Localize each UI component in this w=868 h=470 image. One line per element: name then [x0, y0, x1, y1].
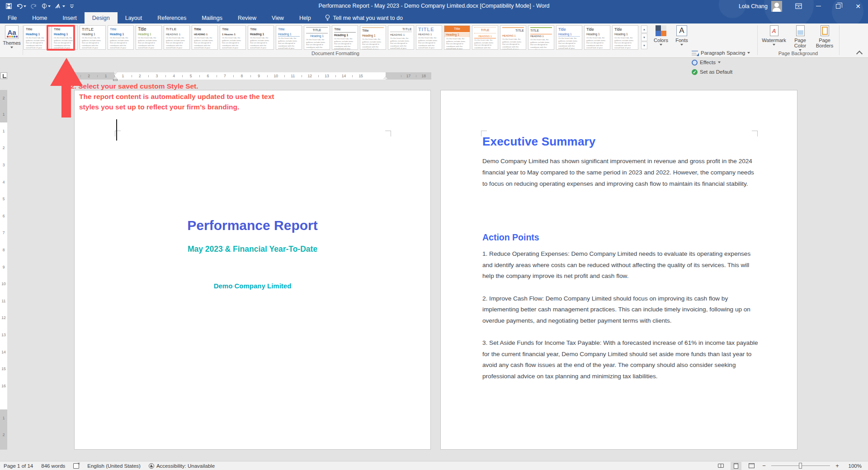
right-indent-marker[interactable] — [383, 76, 388, 79]
collapse-ribbon-icon[interactable] — [856, 51, 863, 57]
close-icon: ✕ — [855, 3, 861, 10]
style-set-card[interactable]: TITLE HEADING 1 On the Insert tab, the g… — [416, 25, 442, 50]
window-title: Performance Report - May 2023 - Demo Com… — [0, 0, 868, 12]
zoom-out-button[interactable]: − — [761, 462, 767, 469]
style-set-gallery: Title Heading 1 On the Insert tab, the g… — [24, 25, 638, 50]
zoom-in-button[interactable]: + — [835, 462, 840, 469]
page-background-group-label: Page Background — [759, 51, 838, 56]
colors-button[interactable]: Colors — [651, 25, 671, 46]
style-set-card[interactable]: Title Heading 1 On the Insert tab, the g… — [24, 25, 50, 50]
read-mode-icon — [718, 464, 724, 468]
style-set-card[interactable]: Title Heading 1 On the Insert tab, the g… — [136, 25, 162, 50]
zoom-slider[interactable] — [771, 465, 830, 466]
page-color-icon — [796, 25, 805, 36]
user-avatar[interactable] — [771, 1, 782, 12]
document-page-1[interactable]: Performance Report May 2023 & Financial … — [74, 90, 431, 450]
accessibility-status[interactable]: Accessibility: Unavailable — [149, 463, 215, 469]
effects-icon — [692, 60, 698, 66]
paragraph-spacing-button[interactable]: Paragraph Spacing — [692, 49, 750, 57]
style-tool-dropdown-icon[interactable] — [62, 5, 65, 7]
themes-icon: Aa — [5, 25, 19, 39]
style-set-card[interactable]: Title Heading 1 On the Insert tab, the g… — [108, 25, 134, 50]
print-layout-button[interactable] — [731, 462, 741, 470]
text-boundary-mark — [115, 131, 121, 136]
read-mode-button[interactable] — [715, 462, 726, 470]
ribbon-tab[interactable]: Mailings — [194, 12, 230, 24]
style-set-card[interactable]: Title Heading 1 On the Insert tab, the g… — [248, 25, 274, 50]
style-set-card[interactable]: TITLE HEADING 1 On the Insert tab, the g… — [472, 25, 498, 50]
signed-in-user[interactable]: Lola Chang — [739, 3, 768, 9]
themes-button[interactable]: Aa Themes — [2, 25, 22, 48]
style-set-card[interactable]: TITLE Heading 1 On the Insert tab, the g… — [304, 25, 330, 50]
style-set-card[interactable]: TITLE HEADING 1 On the Insert tab, the g… — [164, 25, 190, 50]
effects-button[interactable]: Effects — [692, 58, 750, 66]
language-indicator[interactable]: English (United States) — [87, 463, 141, 469]
style-set-card[interactable]: TITLE HEADING 1 On the Insert tab, the g… — [528, 25, 554, 50]
executive-summary-heading: Executive Summary — [482, 135, 596, 149]
undo-button[interactable] — [15, 1, 28, 11]
style-set-card[interactable]: Title Heading 1 On the Insert tab, the g… — [556, 25, 582, 50]
gallery-scroll-down-button[interactable]: ▼ — [641, 33, 647, 41]
ribbon-tab[interactable]: Home — [24, 12, 55, 24]
tell-me-box[interactable]: Tell me what you want to do — [319, 12, 403, 24]
minimize-icon — [816, 6, 821, 7]
watermark-button[interactable]: A Watermark — [760, 25, 788, 46]
touch-mode-dropdown-icon[interactable] — [48, 5, 51, 7]
ribbon-tab[interactable]: Help — [292, 12, 319, 24]
ribbon-tab[interactable]: References — [150, 12, 194, 24]
style-tool-button[interactable]: A — [54, 1, 66, 11]
page-indicator[interactable]: Page 1 of 14 — [4, 463, 33, 469]
first-line-indent-marker[interactable] — [113, 71, 118, 75]
style-set-card[interactable]: TITLE HEADING 1 On the Insert tab, the g… — [388, 25, 414, 50]
annotation-highlight-box — [47, 25, 75, 51]
style-set-card[interactable]: Title HEADING 1 On the Insert tab, the g… — [192, 25, 218, 50]
text-boundary-mark — [752, 131, 758, 136]
gallery-scroll-up-button[interactable]: ▲ — [641, 25, 647, 33]
ribbon-tab[interactable]: Review — [230, 12, 264, 24]
lightbulb-icon — [325, 14, 330, 21]
style-set-card[interactable]: Title Heading 1 On the Insert tab, the g… — [276, 25, 302, 50]
style-set-card[interactable]: Title Heading 1 On the Insert tab, the g… — [584, 25, 610, 50]
style-set-card[interactable]: Title Heading 1 On the Insert tab, the g… — [612, 25, 638, 50]
watermark-icon: A — [770, 25, 778, 36]
tab-stop-selector[interactable] — [0, 72, 7, 79]
web-layout-button[interactable] — [746, 462, 757, 470]
word-count[interactable]: 846 words — [41, 463, 65, 469]
annotation-arrow-tail — [61, 84, 71, 118]
restore-button[interactable] — [828, 0, 848, 12]
close-button[interactable]: ✕ — [848, 0, 868, 12]
ribbon-tab[interactable]: Layout — [118, 12, 150, 24]
gallery-more-button[interactable]: ▼ — [641, 42, 647, 49]
style-set-card[interactable]: Title Heading 1 On the Insert tab, the g… — [360, 25, 386, 50]
style-set-card[interactable]: TITLE HEADING 1 On the Insert tab, the g… — [500, 25, 526, 50]
undo-dropdown-icon[interactable] — [24, 5, 26, 7]
watermark-dropdown-icon — [773, 44, 775, 46]
style-set-card[interactable]: Title Heading 1 On the Insert tab, the g… — [332, 25, 358, 50]
style-set-card[interactable]: TITLE Heading 1 On the Insert tab, the g… — [80, 25, 106, 50]
document-page-2[interactable]: Executive Summary Demo Company Limited h… — [440, 90, 797, 450]
touch-mouse-mode-button[interactable] — [40, 1, 52, 11]
set-as-default-button[interactable]: ✓ Set as Default — [692, 68, 750, 76]
customize-quick-access-toolbar-button[interactable] — [68, 1, 75, 11]
save-button[interactable] — [5, 1, 13, 11]
redo-button[interactable] — [29, 1, 38, 11]
style-set-card[interactable]: Title Heading 1 On the Insert tab, the g… — [444, 25, 470, 50]
gallery-scroll-controls: ▲ ▼ ▼ — [641, 25, 647, 49]
action-points-list: 1. Reduce Operating Expenses: Demo Compa… — [482, 249, 759, 393]
fonts-button[interactable]: A Fonts — [673, 25, 691, 46]
ribbon-tab[interactable]: Design — [85, 12, 118, 24]
ribbon-tab[interactable]: View — [264, 12, 292, 24]
page-color-button[interactable]: Page Color — [789, 25, 811, 51]
minimize-button[interactable] — [808, 0, 828, 12]
scroll-down-icon: ▼ — [643, 36, 646, 39]
page-borders-button[interactable]: Page Borders — [813, 25, 836, 48]
zoom-slider-thumb[interactable] — [799, 463, 802, 469]
zoom-level[interactable]: 100% — [844, 463, 862, 469]
proofing-status[interactable] — [73, 463, 79, 469]
ribbon-tab[interactable]: Insert — [55, 12, 85, 24]
ribbon-tab[interactable]: File — [0, 12, 24, 24]
ribbon-display-options-button[interactable] — [788, 0, 808, 12]
style-set-card[interactable]: Title 1 Heading 1 On the Insert tab, the… — [220, 25, 246, 50]
restore-icon — [836, 4, 840, 9]
action-point-paragraph: 2. Improve Cash Flow: Demo Company Limit… — [482, 293, 759, 327]
